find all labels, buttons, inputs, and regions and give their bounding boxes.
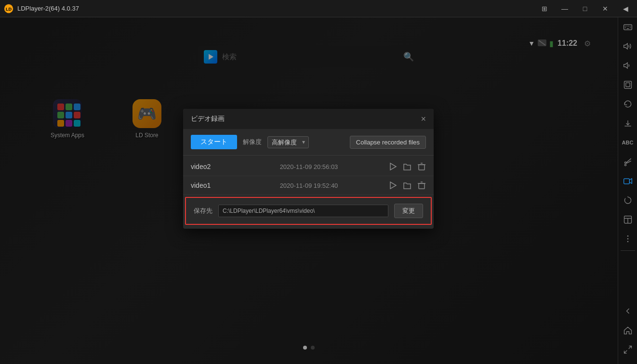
fullscreen-icon[interactable]	[618, 340, 637, 359]
svg-point-36	[627, 241, 628, 243]
resolution-select-wrapper[interactable]: 高解像度 低解像度	[267, 136, 309, 148]
svg-line-38	[624, 351, 627, 353]
volume-up-icon[interactable]	[618, 37, 637, 56]
svg-marker-5	[390, 163, 396, 170]
close-button[interactable]: ✕	[596, 0, 615, 17]
titlebar: LD LDPlayer-2(64) 4.0.37 ⊞ — □ ✕ ◀	[0, 0, 637, 17]
cut-icon[interactable]	[618, 152, 637, 171]
dialog-header: ビデオ録画 ×	[183, 109, 434, 129]
start-button[interactable]: スタート	[191, 135, 237, 149]
app-logo: LD	[0, 0, 17, 17]
svg-marker-9	[390, 182, 396, 189]
delete-button-1[interactable]	[417, 162, 426, 171]
file-name-2: video1	[191, 182, 229, 189]
sync-icon[interactable]	[618, 191, 637, 210]
change-button[interactable]: 変更	[394, 204, 423, 218]
more-icon[interactable]	[618, 229, 637, 248]
screenshot-icon[interactable]	[618, 75, 637, 94]
window-controls: ⊞ — □ ✕ ◀	[535, 0, 635, 17]
svg-marker-22	[624, 63, 627, 68]
play-button-2[interactable]	[388, 181, 397, 190]
back-nav-button[interactable]: ◀	[616, 0, 635, 17]
abc-icon[interactable]: ABC	[618, 133, 637, 152]
refresh-icon[interactable]	[618, 94, 637, 114]
keyboard-icon[interactable]	[618, 17, 637, 37]
file-row: video2 2020-11-09 20:56:03	[183, 157, 434, 176]
svg-text:LD: LD	[6, 6, 12, 11]
save-path-input[interactable]	[218, 205, 388, 217]
collapse-button[interactable]: Collapse recorded files	[350, 136, 426, 149]
layout-icon[interactable]	[618, 210, 637, 229]
import-icon[interactable]	[618, 114, 637, 133]
svg-rect-6	[419, 165, 425, 170]
app-title: LDPlayer-2(64) 4.0.37	[17, 5, 535, 12]
emulator-area: ▼ ▮ 11:22 ⚙ 検索 🔍	[0, 17, 618, 364]
maximize-button[interactable]: □	[575, 0, 595, 17]
file-date-1: 2020-11-09 20:56:03	[233, 163, 385, 170]
volume-down-icon[interactable]	[618, 56, 637, 75]
resolution-label: 解像度	[243, 138, 262, 146]
home-icon[interactable]	[618, 321, 637, 340]
svg-rect-23	[624, 81, 631, 89]
svg-point-26	[624, 164, 626, 166]
file-name-1: video2	[191, 163, 229, 170]
svg-line-37	[628, 346, 631, 349]
right-sidebar: ABC	[618, 0, 637, 364]
file-row: video1 2020-11-09 19:52:40	[183, 176, 434, 195]
svg-marker-21	[624, 43, 627, 49]
video-icon[interactable]	[618, 171, 637, 191]
folder-button-1[interactable]	[403, 162, 411, 171]
sidebar-bottom	[618, 301, 637, 364]
save-label: 保存先	[194, 207, 212, 215]
dialog-close-button[interactable]: ×	[421, 115, 426, 123]
back-icon[interactable]	[618, 301, 637, 321]
file-actions-1	[388, 162, 426, 171]
sidebar-divider	[621, 250, 635, 251]
play-button-1[interactable]	[388, 162, 397, 171]
file-list: video2 2020-11-09 20:56:03	[183, 156, 434, 229]
svg-rect-24	[625, 83, 629, 87]
minimize-button[interactable]: —	[555, 0, 574, 17]
save-path-row: 保存先 変更	[185, 197, 432, 225]
svg-rect-10	[419, 183, 425, 189]
folder-button-2[interactable]	[403, 181, 411, 190]
file-date-2: 2020-11-09 19:52:40	[233, 182, 385, 189]
delete-button-2[interactable]	[417, 181, 426, 190]
svg-rect-30	[624, 179, 629, 184]
video-record-dialog: ビデオ録画 × スタート 解像度 高解像度 低解像度 Collapse reco…	[183, 109, 434, 229]
dialog-title: ビデオ録画	[191, 115, 225, 123]
svg-point-35	[627, 238, 628, 240]
svg-rect-13	[624, 25, 632, 30]
gamepad-button[interactable]: ⊞	[535, 0, 554, 17]
resolution-select[interactable]: 高解像度 低解像度	[267, 136, 309, 148]
dialog-toolbar: スタート 解像度 高解像度 低解像度 Collapse recorded fil…	[183, 129, 434, 156]
file-actions-2	[388, 181, 426, 190]
svg-point-34	[627, 235, 628, 237]
svg-point-27	[624, 162, 626, 163]
